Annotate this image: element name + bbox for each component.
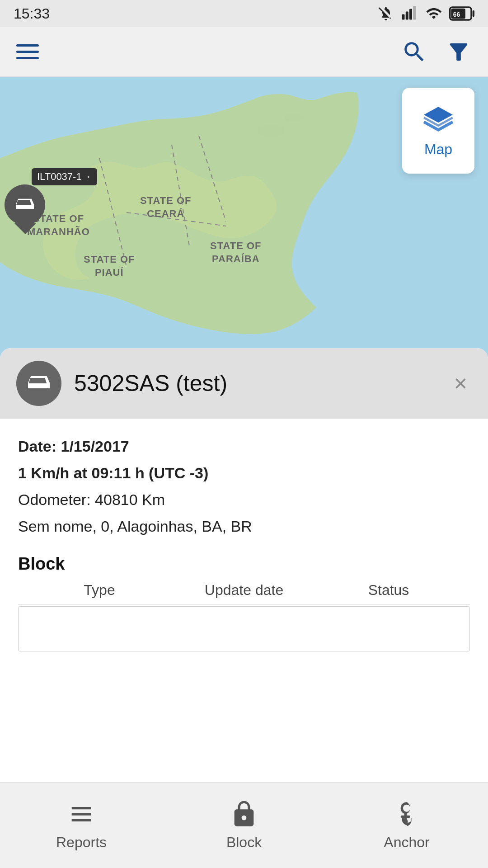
col-update-date: Update date <box>172 582 316 599</box>
nav-item-anchor[interactable]: Anchor <box>325 800 488 851</box>
state-label-paraiba: STATE OFPARAÍBA <box>210 240 262 265</box>
list-icon <box>67 800 96 829</box>
wifi-icon <box>425 5 443 22</box>
svg-rect-5 <box>473 10 474 17</box>
signal-icon <box>400 5 418 22</box>
nav-block-label: Block <box>226 834 262 851</box>
status-bar: 15:33 66 <box>0 0 488 27</box>
col-status: Status <box>316 582 461 599</box>
status-time: 15:33 <box>14 5 50 22</box>
panel-title: 5302SAS (test) <box>74 370 437 396</box>
block-section-title: Block <box>18 554 470 574</box>
bottom-nav: Reports Block Anchor <box>0 782 488 868</box>
panel-location: Sem nome, 0, Alagoinhas, BA, BR <box>18 515 470 538</box>
map-layer-button[interactable]: Map <box>402 88 474 174</box>
nav-anchor-label: Anchor <box>384 834 429 851</box>
col-type: Type <box>27 582 172 599</box>
state-label-piaui: STATE OFPIAUÍ <box>84 253 135 279</box>
svg-point-13 <box>258 124 285 138</box>
panel-date: Date: 1/15/2017 <box>18 435 470 458</box>
map-area[interactable]: STATE OFMARANHÃO STATE OFCEARÁ STATE OFP… <box>0 77 488 393</box>
panel-close-button[interactable]: × <box>450 366 472 401</box>
lock-icon <box>230 800 258 829</box>
nav-reports-label: Reports <box>56 834 107 851</box>
status-icons: 66 <box>378 5 474 22</box>
filter-button[interactable] <box>446 39 472 65</box>
map-layer-label: Map <box>424 141 452 158</box>
block-table-body <box>18 606 470 651</box>
battery-icon: 66 <box>449 5 474 22</box>
vehicle-icon-circle <box>5 184 45 225</box>
svg-rect-0 <box>402 14 405 20</box>
hamburger-menu-button[interactable] <box>16 44 39 59</box>
block-section: Block Type Update date Status <box>18 554 470 651</box>
nav-item-reports[interactable]: Reports <box>0 800 163 851</box>
anchor-icon <box>392 800 421 829</box>
layers-icon <box>420 104 456 136</box>
top-nav <box>0 27 488 77</box>
search-button[interactable] <box>401 39 427 65</box>
vehicle-marker[interactable]: ILT0037-1→ <box>5 172 45 225</box>
panel-header: 5302SAS (test) × <box>0 348 488 419</box>
svg-rect-2 <box>409 9 412 20</box>
panel-vehicle-icon <box>16 361 61 406</box>
panel-body: Date: 1/15/2017 1 Km/h at 09:11 h (UTC -… <box>0 419 488 651</box>
panel-speed: 1 Km/h at 09:11 h (UTC -3) <box>18 462 470 485</box>
state-label-ceara: STATE OFCEARÁ <box>140 194 192 220</box>
svg-rect-1 <box>406 12 408 20</box>
nav-item-block[interactable]: Block <box>163 800 325 851</box>
block-table-header: Type Update date Status <box>18 582 470 604</box>
svg-rect-3 <box>413 6 416 20</box>
panel-odometer: Odometer: 40810 Km <box>18 488 470 511</box>
svg-point-14 <box>285 113 303 122</box>
mute-icon <box>378 5 394 22</box>
vehicle-label: ILT0037-1→ <box>32 168 97 185</box>
svg-text:66: 66 <box>453 11 460 18</box>
vehicle-panel: 5302SAS (test) × Date: 1/15/2017 1 Km/h … <box>0 348 488 782</box>
